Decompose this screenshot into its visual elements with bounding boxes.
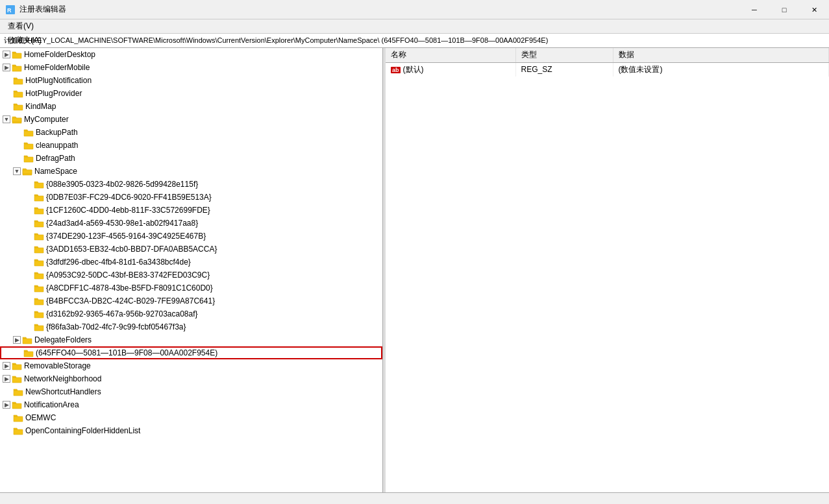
expand-btn[interactable]	[23, 179, 34, 189]
expand-btn[interactable]: ▶	[3, 401, 10, 409]
svg-rect-20	[34, 313, 43, 318]
svg-rect-15	[34, 248, 43, 253]
address-bar: 计算机\HKEY_LOCAL_MACHINE\SOFTWARE\Microsof…	[0, 34, 829, 48]
tree-node[interactable]: ▶DelegateFolders	[0, 333, 382, 346]
tree-node-label: {0DB7E03F-FC29-4DC6-9020-FF41B59E513A}	[46, 193, 382, 202]
expand-btn[interactable]: ▼	[3, 115, 10, 123]
folder-icon	[22, 167, 32, 176]
svg-rect-24	[12, 365, 21, 370]
expand-btn[interactable]	[23, 322, 34, 332]
tree-node[interactable]: ▶NotificationArea	[0, 398, 382, 411]
tree-node[interactable]: {24ad3ad4-a569-4530-98e1-ab02f9417aa8}	[0, 217, 382, 230]
tree-node-label: DefragPath	[36, 154, 382, 163]
tree-node[interactable]: ▶HomeFolderDesktop	[0, 48, 382, 61]
regedit-icon: R	[5, 5, 16, 15]
expand-btn[interactable]: ▶	[3, 362, 10, 370]
folder-icon	[34, 283, 44, 293]
expand-btn[interactable]: ▼	[13, 167, 21, 175]
expand-btn[interactable]	[13, 127, 23, 138]
svg-rect-13	[34, 222, 43, 227]
tree-node[interactable]: {3ADD1653-EB32-4cb0-BBD7-DFA0ABB5ACCA}	[0, 243, 382, 256]
tree-node[interactable]: {3dfdf296-dbec-4fb4-81d1-6a3438bcf4de}	[0, 256, 382, 269]
tree-node[interactable]: NewShortcutHandlers	[0, 385, 382, 398]
expand-btn[interactable]	[23, 218, 34, 228]
expand-btn[interactable]	[23, 257, 34, 267]
svg-rect-11	[34, 196, 43, 201]
expand-btn[interactable]	[3, 413, 13, 423]
tree-panel[interactable]: ▶HomeFolderDesktop▶HomeFolderMobileHotPl…	[0, 48, 383, 492]
folder-icon	[13, 102, 23, 111]
tree-node-label: HomeFolderDesktop	[24, 50, 382, 59]
tree-node[interactable]: {A0953C92-50DC-43bf-BE83-3742FED03C9C}	[0, 269, 382, 282]
detail-cell-data: (数值未设置)	[613, 62, 829, 77]
tree-node[interactable]: ▼NameSpace	[0, 165, 382, 178]
folder-icon	[13, 89, 23, 98]
tree-node[interactable]: (645FFO40—5081—101B—9F08—00AA002F954E)	[0, 346, 382, 359]
tree-node[interactable]: {f86fa3ab-70d2-4fc7-9c99-fcbf05467f3a}	[0, 320, 382, 333]
tree-node[interactable]: HotPlugProvider	[0, 87, 382, 100]
detail-row[interactable]: ab(默认)REG_SZ(数值未设置)	[386, 62, 829, 77]
folder-icon	[34, 193, 44, 202]
folder-icon	[22, 335, 32, 344]
tree-node[interactable]: {1CF1260C-4DD0-4ebb-811F-33C572699FDE}	[0, 204, 382, 217]
tree-node[interactable]: KindMap	[0, 100, 382, 113]
expand-btn[interactable]	[3, 426, 13, 436]
main-content: ▶HomeFolderDesktop▶HomeFolderMobileHotPl…	[0, 48, 829, 492]
tree-node[interactable]: {0DB7E03F-FC29-4DC6-9020-FF41B59E513A}	[0, 191, 382, 204]
tree-node[interactable]: {d3162b92-9365-467a-956b-92703aca08af}	[0, 307, 382, 320]
tree-node-label: {088e3905-0323-4b02-9826-5d99428e115f}	[46, 180, 382, 189]
expand-btn[interactable]	[3, 101, 13, 112]
folder-icon	[34, 270, 44, 280]
tree-node-label: {1CF1260C-4DD0-4ebb-811F-33C572699FDE}	[46, 206, 382, 215]
tree-node[interactable]: OEMWC	[0, 411, 382, 424]
svg-rect-27	[12, 403, 21, 409]
expand-btn[interactable]	[23, 283, 34, 293]
expand-btn[interactable]	[3, 387, 13, 397]
expand-btn[interactable]	[3, 75, 13, 86]
folder-icon	[23, 141, 34, 150]
tree-node[interactable]: HotPlugNotification	[0, 74, 382, 87]
tree-node[interactable]: {088e3905-0323-4b02-9826-5d99428e115f}	[0, 178, 382, 191]
expand-btn[interactable]	[13, 348, 23, 358]
expand-btn[interactable]	[23, 205, 34, 215]
tree-node[interactable]: {A8CDFF1C-4878-43be-B5FD-F8091C1C60D0}	[0, 282, 382, 294]
expand-btn[interactable]: ▶	[3, 64, 10, 71]
svg-rect-23	[24, 352, 33, 357]
tree-node[interactable]: ▶RemovableStorage	[0, 359, 382, 372]
close-button[interactable]: ✕	[799, 0, 829, 19]
minimize-button[interactable]: ─	[739, 0, 769, 19]
expand-btn[interactable]	[23, 244, 34, 254]
expand-btn[interactable]	[3, 88, 13, 99]
expand-btn[interactable]	[13, 140, 23, 150]
tree-node[interactable]: ▼MyComputer	[0, 113, 382, 126]
tree-node[interactable]: BackupPath	[0, 126, 382, 139]
tree-node[interactable]: {B4BFCC3A-DB2C-424C-B029-7FE99A87C641}	[0, 294, 382, 307]
expand-btn[interactable]	[23, 270, 34, 280]
folder-icon	[23, 128, 34, 137]
expand-btn[interactable]: ▶	[3, 51, 10, 58]
folder-icon	[12, 50, 22, 59]
expand-btn[interactable]	[23, 296, 34, 306]
maximize-button[interactable]: □	[769, 0, 799, 19]
expand-btn[interactable]	[13, 153, 23, 163]
svg-rect-26	[14, 390, 23, 396]
tree-node[interactable]: ▶NetworkNeighborhood	[0, 372, 382, 385]
tree-node[interactable]: cleanuppath	[0, 139, 382, 152]
expand-btn[interactable]: ▶	[13, 336, 21, 344]
expand-btn[interactable]	[23, 231, 34, 241]
tree-node[interactable]: DefragPath	[0, 152, 382, 165]
tree-node[interactable]: OpenContainingFolderHiddenList	[0, 424, 382, 437]
tree-node[interactable]: ▶HomeFolderMobile	[0, 61, 382, 74]
expand-btn[interactable]: ▶	[3, 375, 10, 383]
svg-rect-3	[12, 66, 21, 71]
tree-node[interactable]: {374DE290-123F-4565-9164-39C4925E467B}	[0, 230, 382, 243]
menu-item-view[interactable]: 查看(V)	[3, 19, 47, 34]
tree-node-label: (645FFO40—5081—101B—9F08—00AA002F954E)	[36, 348, 382, 357]
expand-btn[interactable]	[23, 309, 34, 319]
svg-rect-16	[34, 261, 43, 266]
folder-icon	[34, 180, 44, 189]
menu-bar: 文件(F)编辑(E)查看(V)收藏夹(A)帮助(H)	[0, 19, 829, 34]
svg-text:R: R	[7, 7, 12, 14]
expand-btn[interactable]	[23, 192, 34, 202]
tree-node-label: {d3162b92-9365-467a-956b-92703aca08af}	[46, 309, 382, 318]
